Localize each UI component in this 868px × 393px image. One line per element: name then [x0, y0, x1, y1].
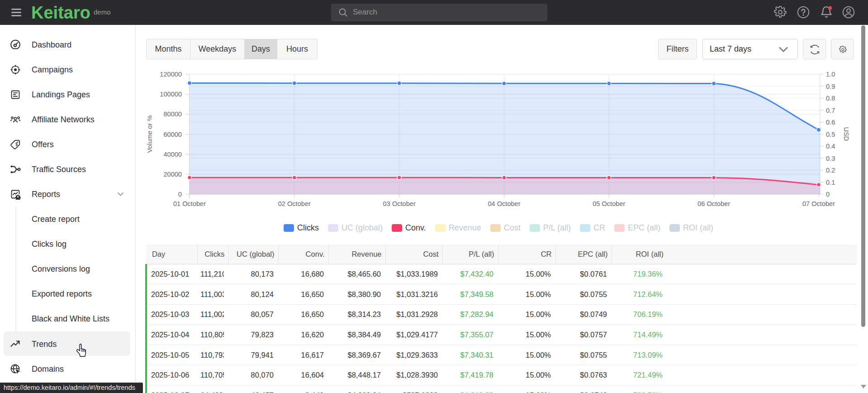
svg-text:60000: 60000	[163, 131, 182, 138]
svg-text:1.0: 1.0	[826, 71, 835, 78]
svg-text:01 October: 01 October	[173, 200, 206, 207]
svg-text:05 October: 05 October	[593, 200, 625, 207]
svg-text:USD: USD	[843, 127, 850, 141]
svg-text:0.6: 0.6	[826, 119, 835, 126]
svg-text:Volume or %: Volume or %	[146, 115, 153, 153]
svg-text:80000: 80000	[163, 110, 182, 118]
svg-text:0.9: 0.9	[826, 83, 835, 90]
svg-text:120000: 120000	[160, 71, 182, 78]
svg-text:06 October: 06 October	[697, 200, 730, 207]
svg-text:07 October: 07 October	[802, 200, 835, 207]
svg-text:0.4: 0.4	[826, 143, 835, 150]
svg-text:03 October: 03 October	[383, 200, 416, 207]
svg-text:100000: 100000	[160, 91, 182, 98]
svg-text:0.7: 0.7	[826, 107, 835, 114]
svg-text:0: 0	[178, 191, 182, 198]
svg-text:0.5: 0.5	[826, 131, 835, 138]
svg-text:04 October: 04 October	[488, 200, 520, 207]
svg-text:0: 0	[826, 191, 830, 198]
svg-text:20000: 20000	[163, 171, 182, 178]
svg-text:0.3: 0.3	[826, 155, 835, 162]
svg-text:02 October: 02 October	[278, 200, 311, 207]
svg-text:0.8: 0.8	[826, 95, 835, 102]
svg-text:0.2: 0.2	[826, 167, 835, 174]
svg-text:0.1: 0.1	[826, 179, 835, 186]
svg-text:40000: 40000	[163, 151, 182, 158]
